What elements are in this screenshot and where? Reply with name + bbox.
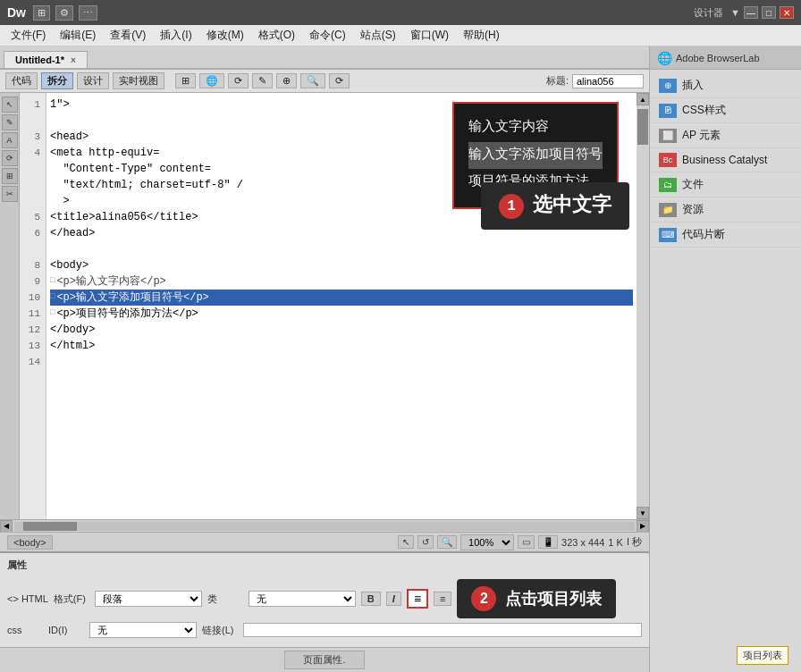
right-panel: 🌐 Adobe BrowserLab ⊕ 插入 🖹 CSS样式 ⬜ AP 元素 … xyxy=(649,46,801,672)
menu-view[interactable]: 查看(V) xyxy=(103,26,153,45)
phone-icon[interactable]: 📱 xyxy=(538,535,558,549)
scroll-left-arrow[interactable]: ◀ xyxy=(0,520,13,533)
zoom-select[interactable]: 100% 75% 150% xyxy=(460,534,514,550)
code-line-14 xyxy=(50,354,633,370)
right-panel-item-ap[interactable]: ⬜ AP 元素 xyxy=(650,123,801,148)
line-num-3: 3 xyxy=(21,129,44,145)
prop-row-css: css ID(I) 无 链接(L) xyxy=(7,622,642,638)
fold-icon-11[interactable]: □ xyxy=(50,307,55,320)
code-area[interactable]: 1"> <head> <meta http-equiv= "Content-Ty… xyxy=(46,93,637,519)
code-line-10: □<p>输入文字添加项目符号</p> xyxy=(50,290,633,306)
screen-size-icon[interactable]: ▭ xyxy=(518,535,535,549)
ordered-list-button[interactable]: ≡ xyxy=(407,589,428,609)
icon-btn-2[interactable]: ⚙ xyxy=(55,5,73,21)
zoom-icon[interactable]: 🔍 xyxy=(437,535,457,549)
step2-text: 点击项目列表 xyxy=(505,588,602,609)
minimize-button[interactable]: — xyxy=(744,6,758,19)
tool-btn-5[interactable]: ⊞ xyxy=(2,168,18,184)
title-input[interactable] xyxy=(572,74,644,88)
tab-close-icon[interactable]: × xyxy=(71,55,76,65)
title-bar-icons: ⊞ ⚙ ⋯ xyxy=(33,5,97,21)
menu-modify[interactable]: 修改(M) xyxy=(199,26,251,45)
tool-btn-4[interactable]: ⟳ xyxy=(2,150,18,166)
tool-btn-3[interactable]: A xyxy=(2,132,18,148)
right-panel-item-bc[interactable]: Bc Business Catalyst xyxy=(650,148,801,172)
format-label: 格式(F) xyxy=(54,592,89,606)
h-scroll-thumb[interactable] xyxy=(23,522,77,531)
pointer-tool[interactable]: ↖ xyxy=(398,535,414,549)
insert-label: 插入 xyxy=(682,78,704,93)
right-panel-item-css[interactable]: 🖹 CSS样式 xyxy=(650,98,801,123)
vertical-scrollbar[interactable]: ▲ ▼ xyxy=(637,93,649,519)
class-select[interactable]: 无 xyxy=(249,591,356,607)
toolbar-icon-4[interactable]: ✎ xyxy=(252,73,273,88)
scroll-down-arrow[interactable]: ▼ xyxy=(637,507,649,519)
menu-file[interactable]: 文件(F) xyxy=(4,26,53,45)
scroll-up-arrow[interactable]: ▲ xyxy=(637,93,649,105)
toolbar-icon-1[interactable]: ⊞ xyxy=(175,73,196,88)
icon-btn-1[interactable]: ⊞ xyxy=(33,5,50,21)
scroll-thumb-v[interactable] xyxy=(637,109,648,145)
designer-label: 设计器 xyxy=(694,6,723,20)
bold-button[interactable]: B xyxy=(361,592,381,606)
toolbar-icon-6[interactable]: 🔍 xyxy=(300,73,325,88)
close-button[interactable]: ✕ xyxy=(780,6,794,19)
step1-number: 1 xyxy=(499,194,524,219)
code-line-9: □<p>输入文字内容</p> xyxy=(50,273,633,290)
line-num-6: 6 xyxy=(21,225,44,241)
menu-site[interactable]: 站点(S) xyxy=(353,26,403,45)
undo-tool[interactable]: ↺ xyxy=(417,535,434,549)
bc-label: Business Catalyst xyxy=(682,154,767,166)
line-numbers: 1 3 4 5 6 8 9 10 11 12 13 14 xyxy=(20,93,46,519)
unordered-list-button[interactable]: ≡ xyxy=(434,592,451,606)
code-view-button[interactable]: 代码 xyxy=(5,72,38,89)
right-panel-item-insert[interactable]: ⊕ 插入 xyxy=(650,73,801,98)
toolbar-icon-7[interactable]: ⟳ xyxy=(329,73,350,88)
tab-untitled[interactable]: Untitled-1* × xyxy=(4,51,88,68)
split-view-button[interactable]: 拆分 xyxy=(41,72,73,89)
fold-icon-10[interactable]: □ xyxy=(50,291,55,304)
line-num-4: 4 xyxy=(21,145,44,161)
line-num-4b xyxy=(21,161,44,177)
italic-button[interactable]: I xyxy=(386,592,401,606)
menu-help[interactable]: 帮助(H) xyxy=(456,26,507,45)
liveview-button[interactable]: 实时视图 xyxy=(113,72,164,89)
menu-command[interactable]: 命令(C) xyxy=(302,26,353,45)
icon-btn-3[interactable]: ⋯ xyxy=(79,5,97,21)
toolbar-icon-3[interactable]: ⟳ xyxy=(228,73,249,88)
tool-btn-2[interactable]: ✎ xyxy=(2,114,18,130)
editor-main: ↖ ✎ A ⟳ ⊞ ✂ 1 3 4 5 6 xyxy=(0,93,649,519)
line-num-9: 9 xyxy=(21,273,44,290)
toolbar-icon-2[interactable]: 🌐 xyxy=(199,73,224,88)
tool-btn-1[interactable]: ↖ xyxy=(2,97,18,113)
bottom-scrollbar[interactable]: ◀ ▶ xyxy=(0,519,649,532)
right-panel-item-snippets[interactable]: ⌨ 代码片断 xyxy=(650,223,801,248)
fold-icon-9[interactable]: □ xyxy=(50,275,55,288)
insert-icon: ⊕ xyxy=(659,79,677,93)
menu-format[interactable]: 格式(O) xyxy=(251,26,302,45)
menu-insert[interactable]: 插入(I) xyxy=(153,26,198,45)
code-line-7 xyxy=(50,241,633,257)
scroll-right-arrow[interactable]: ▶ xyxy=(637,520,649,533)
toolbar-icon-5[interactable]: ⊕ xyxy=(276,73,297,88)
menu-window[interactable]: 窗口(W) xyxy=(403,26,456,45)
line-num-1: 1 xyxy=(21,97,44,113)
snippets-icon: ⌨ xyxy=(659,228,677,242)
design-view-button[interactable]: 设计 xyxy=(77,72,109,89)
tool-btn-6[interactable]: ✂ xyxy=(2,186,18,202)
assets-label: 资源 xyxy=(682,202,704,217)
tooltip-box: 项目列表 xyxy=(737,646,788,665)
id-select[interactable]: 无 xyxy=(89,622,197,638)
link-input[interactable] xyxy=(243,623,642,637)
maximize-button[interactable]: □ xyxy=(762,6,776,19)
menu-edit[interactable]: 编辑(E) xyxy=(53,26,103,45)
prop-row-title: 属性 xyxy=(7,559,642,575)
right-panel-item-files[interactable]: 🗂 文件 xyxy=(650,172,801,197)
format-select[interactable]: 段落 标题1 标题2 xyxy=(95,591,202,607)
title-label: 标题: xyxy=(546,74,569,88)
page-properties-button[interactable]: 页面属性. xyxy=(284,651,364,669)
right-panel-item-assets[interactable]: 📁 资源 xyxy=(650,197,801,223)
left-tools: ↖ ✎ A ⟳ ⊞ ✂ xyxy=(0,93,20,519)
assets-icon: 📁 xyxy=(659,203,677,217)
line-num-7 xyxy=(21,241,44,257)
